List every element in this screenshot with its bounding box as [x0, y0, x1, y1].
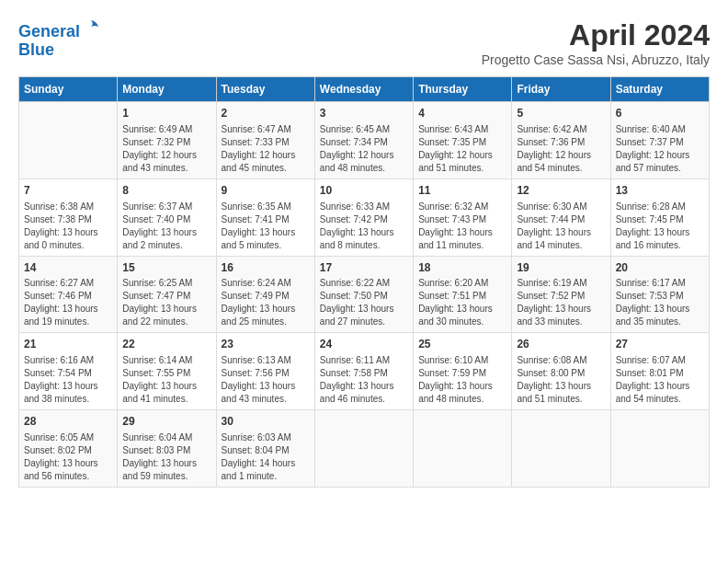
logo-general: General [18, 22, 80, 40]
calendar-cell: 16Sunrise: 6:24 AMSunset: 7:49 PMDayligh… [216, 256, 314, 333]
day-info: Sunrise: 6:47 AMSunset: 7:33 PMDaylight:… [222, 123, 310, 175]
calendar-cell [19, 102, 118, 179]
day-number: 3 [320, 106, 408, 121]
day-number: 7 [24, 183, 112, 199]
day-number: 30 [222, 414, 310, 430]
calendar-cell: 19Sunrise: 6:19 AMSunset: 7:52 PMDayligh… [512, 256, 610, 333]
header-saturday: Saturday [610, 77, 709, 102]
header-friday: Friday [512, 77, 610, 102]
calendar-cell: 2Sunrise: 6:47 AMSunset: 7:33 PMDaylight… [216, 102, 314, 179]
calendar-week-row: 28Sunrise: 6:05 AMSunset: 8:02 PMDayligh… [19, 410, 710, 488]
day-number: 29 [122, 414, 210, 430]
day-info: Sunrise: 6:22 AMSunset: 7:50 PMDaylight:… [320, 277, 408, 328]
day-info: Sunrise: 6:32 AMSunset: 7:43 PMDaylight:… [418, 201, 506, 252]
day-number: 6 [616, 106, 704, 121]
day-info: Sunrise: 6:03 AMSunset: 8:04 PMDaylight:… [222, 431, 310, 483]
calendar-cell: 30Sunrise: 6:03 AMSunset: 8:04 PMDayligh… [216, 410, 314, 488]
day-info: Sunrise: 6:28 AMSunset: 7:45 PMDaylight:… [616, 201, 704, 252]
calendar-cell: 28Sunrise: 6:05 AMSunset: 8:02 PMDayligh… [19, 410, 118, 488]
day-number: 1 [122, 106, 210, 121]
day-info: Sunrise: 6:10 AMSunset: 7:59 PMDaylight:… [418, 354, 506, 406]
day-info: Sunrise: 6:05 AMSunset: 8:02 PMDaylight:… [24, 431, 112, 483]
day-number: 17 [320, 260, 408, 276]
day-number: 16 [222, 260, 310, 276]
calendar-table: SundayMondayTuesdayWednesdayThursdayFrid… [18, 76, 710, 488]
calendar-cell: 11Sunrise: 6:32 AMSunset: 7:43 PMDayligh… [414, 178, 512, 256]
title-block: April 2024 Progetto Case Sassa Nsi, Abru… [482, 18, 710, 67]
calendar-week-row: 14Sunrise: 6:27 AMSunset: 7:46 PMDayligh… [19, 256, 710, 333]
logo-blue: Blue [18, 40, 54, 59]
calendar-cell [610, 410, 709, 488]
day-number: 20 [616, 260, 704, 276]
calendar-cell: 1Sunrise: 6:49 AMSunset: 7:32 PMDaylight… [118, 102, 216, 179]
header-thursday: Thursday [414, 77, 512, 102]
calendar-cell: 13Sunrise: 6:28 AMSunset: 7:45 PMDayligh… [610, 178, 709, 256]
day-info: Sunrise: 6:30 AMSunset: 7:44 PMDaylight:… [517, 201, 605, 252]
day-info: Sunrise: 6:20 AMSunset: 7:51 PMDaylight:… [418, 277, 506, 328]
day-info: Sunrise: 6:24 AMSunset: 7:49 PMDaylight:… [222, 277, 310, 328]
calendar-cell: 29Sunrise: 6:04 AMSunset: 8:03 PMDayligh… [118, 410, 216, 488]
day-number: 24 [320, 337, 408, 352]
calendar-cell: 4Sunrise: 6:43 AMSunset: 7:35 PMDaylight… [414, 102, 512, 179]
day-info: Sunrise: 6:40 AMSunset: 7:37 PMDaylight:… [616, 123, 704, 175]
calendar-header-row: SundayMondayTuesdayWednesdayThursdayFrid… [19, 77, 710, 102]
day-number: 27 [616, 337, 704, 352]
day-info: Sunrise: 6:16 AMSunset: 7:54 PMDaylight:… [24, 354, 112, 406]
day-info: Sunrise: 6:37 AMSunset: 7:40 PMDaylight:… [122, 201, 210, 252]
day-number: 4 [418, 106, 506, 121]
day-number: 19 [517, 260, 605, 276]
calendar-cell: 25Sunrise: 6:10 AMSunset: 7:59 PMDayligh… [414, 333, 512, 410]
calendar-week-row: 21Sunrise: 6:16 AMSunset: 7:54 PMDayligh… [19, 333, 710, 410]
day-number: 15 [122, 260, 210, 276]
day-info: Sunrise: 6:17 AMSunset: 7:53 PMDaylight:… [616, 277, 704, 328]
day-info: Sunrise: 6:08 AMSunset: 8:00 PMDaylight:… [517, 354, 605, 406]
header-sunday: Sunday [19, 77, 118, 102]
day-info: Sunrise: 6:07 AMSunset: 8:01 PMDaylight:… [616, 354, 704, 406]
day-info: Sunrise: 6:43 AMSunset: 7:35 PMDaylight:… [418, 123, 506, 175]
day-number: 22 [122, 337, 210, 352]
calendar-cell: 5Sunrise: 6:42 AMSunset: 7:36 PMDaylight… [512, 102, 610, 179]
calendar-cell: 17Sunrise: 6:22 AMSunset: 7:50 PMDayligh… [314, 256, 413, 333]
header-tuesday: Tuesday [216, 77, 314, 102]
calendar-cell: 12Sunrise: 6:30 AMSunset: 7:44 PMDayligh… [512, 178, 610, 256]
day-number: 12 [517, 183, 605, 199]
calendar-cell: 21Sunrise: 6:16 AMSunset: 7:54 PMDayligh… [19, 333, 118, 410]
calendar-cell: 10Sunrise: 6:33 AMSunset: 7:42 PMDayligh… [314, 178, 413, 256]
calendar-cell [512, 410, 610, 488]
day-number: 9 [222, 183, 310, 199]
page-header: General Blue April 2024 Progetto Case Sa… [18, 18, 710, 67]
day-info: Sunrise: 6:49 AMSunset: 7:32 PMDaylight:… [122, 123, 210, 175]
day-info: Sunrise: 6:42 AMSunset: 7:36 PMDaylight:… [517, 123, 605, 175]
calendar-cell: 22Sunrise: 6:14 AMSunset: 7:55 PMDayligh… [118, 333, 216, 410]
day-info: Sunrise: 6:27 AMSunset: 7:46 PMDaylight:… [24, 277, 112, 328]
day-number: 18 [418, 260, 506, 276]
day-info: Sunrise: 6:04 AMSunset: 8:03 PMDaylight:… [122, 431, 210, 483]
day-info: Sunrise: 6:45 AMSunset: 7:34 PMDaylight:… [320, 123, 408, 175]
day-number: 28 [24, 414, 112, 430]
header-wednesday: Wednesday [314, 77, 413, 102]
day-number: 11 [418, 183, 506, 199]
calendar-cell: 18Sunrise: 6:20 AMSunset: 7:51 PMDayligh… [414, 256, 512, 333]
header-monday: Monday [118, 77, 216, 102]
day-number: 14 [24, 260, 112, 276]
day-number: 21 [24, 337, 112, 352]
logo-bird-icon [82, 18, 100, 37]
day-number: 8 [122, 183, 210, 199]
day-info: Sunrise: 6:11 AMSunset: 7:58 PMDaylight:… [320, 354, 408, 406]
calendar-cell: 9Sunrise: 6:35 AMSunset: 7:41 PMDaylight… [216, 178, 314, 256]
day-number: 13 [616, 183, 704, 199]
day-info: Sunrise: 6:25 AMSunset: 7:47 PMDaylight:… [122, 277, 210, 328]
calendar-cell: 14Sunrise: 6:27 AMSunset: 7:46 PMDayligh… [19, 256, 118, 333]
day-info: Sunrise: 6:35 AMSunset: 7:41 PMDaylight:… [222, 201, 310, 252]
calendar-cell: 24Sunrise: 6:11 AMSunset: 7:58 PMDayligh… [314, 333, 413, 410]
day-info: Sunrise: 6:33 AMSunset: 7:42 PMDaylight:… [320, 201, 408, 252]
calendar-cell: 7Sunrise: 6:38 AMSunset: 7:38 PMDaylight… [19, 178, 118, 256]
day-number: 5 [517, 106, 605, 121]
calendar-cell: 27Sunrise: 6:07 AMSunset: 8:01 PMDayligh… [610, 333, 709, 410]
calendar-week-row: 7Sunrise: 6:38 AMSunset: 7:38 PMDaylight… [19, 178, 710, 256]
calendar-cell: 23Sunrise: 6:13 AMSunset: 7:56 PMDayligh… [216, 333, 314, 410]
day-number: 25 [418, 337, 506, 352]
day-number: 10 [320, 183, 408, 199]
day-number: 2 [222, 106, 310, 121]
calendar-cell [414, 410, 512, 488]
